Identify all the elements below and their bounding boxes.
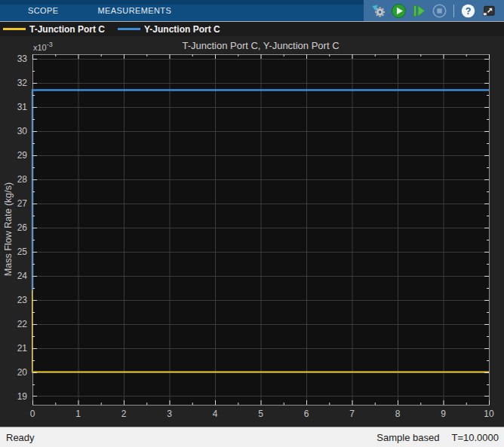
plot-title: T-Junction Port C, Y-Junction Port C: [32, 40, 489, 51]
svg-text:7: 7: [349, 409, 355, 419]
toolstrip: SCOPE MEASUREMENTS: [0, 0, 504, 21]
svg-text:31: 31: [17, 102, 28, 112]
scope-window: SCOPE MEASUREMENTS: [0, 0, 504, 447]
svg-text:27: 27: [17, 198, 28, 209]
legend-bar: T-Junction Port C Y-Junction Port C: [0, 21, 504, 36]
y-axis-label: Mass Flow Rate (kg/s): [3, 182, 14, 276]
svg-text:30: 30: [17, 126, 28, 136]
simulation-settings-gear-icon: [370, 3, 386, 19]
svg-text:10: 10: [484, 409, 494, 419]
simulation-time-text: T=10.0000: [451, 432, 499, 443]
step-forward-button[interactable]: [411, 3, 427, 19]
svg-text:8: 8: [395, 409, 401, 419]
svg-text:28: 28: [17, 174, 28, 185]
toolbar-separator: [453, 5, 454, 17]
svg-text:5: 5: [258, 409, 263, 419]
sample-mode-text: Sample based: [376, 432, 439, 443]
settings-button[interactable]: [370, 3, 386, 19]
tab-measurements[interactable]: MEASUREMENTS: [97, 6, 174, 15]
help-button[interactable]: ?: [460, 3, 476, 19]
help-icon: ?: [460, 3, 476, 19]
legend-label: T-Junction Port C: [29, 24, 105, 35]
tab-scope[interactable]: SCOPE: [26, 6, 60, 15]
svg-text:2: 2: [121, 409, 127, 419]
svg-text:22: 22: [17, 319, 28, 329]
svg-text:1: 1: [75, 409, 81, 419]
legend-item-y-junction[interactable]: Y-Junction Port C: [118, 22, 220, 36]
svg-text:23: 23: [17, 295, 28, 305]
legend-line-sample-blue: [118, 28, 140, 30]
svg-text:9: 9: [441, 409, 446, 419]
status-text: Ready: [6, 432, 376, 443]
y-axis-multiplier: x10-3: [33, 41, 53, 52]
plot-area: T-Junction Port C, Y-Junction Port C x10…: [0, 36, 504, 427]
svg-text:26: 26: [17, 222, 28, 233]
run-button[interactable]: [391, 3, 407, 19]
svg-text:3: 3: [167, 409, 172, 419]
simulate-toolbar: ?: [364, 0, 504, 21]
svg-text:25: 25: [17, 246, 28, 257]
svg-text:?: ?: [466, 6, 472, 17]
svg-text:21: 21: [17, 343, 28, 354]
step-forward-icon: [411, 3, 427, 19]
scope-canvas: 0123456789101920212223242526272829303132…: [0, 36, 504, 427]
legend-item-t-junction[interactable]: T-Junction Port C: [3, 22, 105, 36]
svg-text:6: 6: [304, 409, 309, 419]
svg-text:33: 33: [17, 54, 28, 64]
dock-window-icon: [481, 3, 496, 19]
svg-text:4: 4: [213, 409, 218, 419]
stop-icon: [432, 3, 447, 19]
svg-text:19: 19: [17, 391, 28, 402]
dock-button[interactable]: [481, 3, 496, 19]
legend-line-sample-yellow: [3, 28, 26, 30]
stop-button[interactable]: [432, 3, 447, 19]
status-bar: Ready Sample based T=10.0000: [0, 427, 504, 447]
toolstrip-tabs: SCOPE MEASUREMENTS: [26, 0, 173, 21]
legend-label: Y-Junction Port C: [144, 24, 220, 35]
svg-text:24: 24: [17, 271, 28, 281]
svg-text:29: 29: [17, 150, 28, 161]
run-play-icon: [391, 3, 407, 19]
svg-text:32: 32: [17, 78, 28, 88]
svg-text:20: 20: [17, 367, 28, 378]
svg-text:0: 0: [30, 409, 35, 419]
